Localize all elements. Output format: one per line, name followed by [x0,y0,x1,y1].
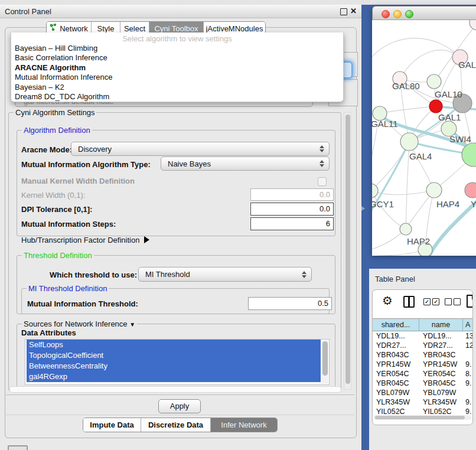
table-cell: YIL052C [373,407,419,415]
table-row[interactable]: YIL052CYIL052C9. [373,407,473,415]
algorithm-option[interactable]: Bayesian – Hill Climbing [11,44,343,53]
node-label: GAL10 [435,89,462,99]
table-row[interactable]: YBL079WYBL079W [373,388,473,397]
table-cell: YDL19... [419,331,463,341]
attribute-list-item[interactable]: gal4RGexp [27,371,321,382]
corner-button[interactable] [8,445,28,450]
panel-collapse-arrow-icon[interactable] [361,206,365,211]
tab-label: Discretize Data [148,420,203,429]
table-panel-body: ⚙ ✓ ✓ shared... name A YDL19...YDL19...1… [372,289,473,425]
mi-threshold-input[interactable]: 0.5 [248,297,332,310]
deselect-all-checkbox-icon[interactable] [454,298,461,305]
network-canvas[interactable]: GAL GAL80 GAL10 GAL1 GAL11 SWI4 GAL4 GCY… [372,20,476,256]
node-label: Y [471,199,476,209]
settings-hscrollbar[interactable] [9,386,341,393]
divider [6,415,354,415]
table-cell: 9. [463,407,473,415]
algorithm-option[interactable]: Mutual Information Inference [11,73,343,82]
aracne-mode-label: Aracne Mode: [21,145,72,154]
attribute-list-item[interactable]: TopologicalCoefficient [27,350,321,361]
table-cell: YBR043C [373,350,419,360]
expander-arrow-icon [144,236,149,243]
which-threshold-combobox[interactable]: MI Threshold [138,267,312,282]
table-cell: 8. [463,369,473,379]
close-icon[interactable]: ✕ [350,6,357,15]
algorithm-option[interactable]: Bayesian – K2 [11,83,343,92]
minimize-traffic-light[interactable] [393,10,402,18]
tab-label: Cyni Toolbox [154,24,198,33]
data-attributes-list[interactable]: SelfLoopsTopologicalCoefficientBetweenne… [25,339,330,385]
table-row[interactable]: YDL19...YDL19...13 [373,331,473,341]
group-title: Sources for Network Inference ▼ [22,319,137,328]
close-traffic-light[interactable] [382,10,390,18]
table-cell: 9. [463,397,473,407]
table-cell: YIL052C [419,407,463,415]
mi-steps-input[interactable]: 6 [250,217,334,230]
table-row[interactable]: YDR27...YDR27...12 [373,341,473,350]
algorithm-option[interactable]: Basic Correlation Inference [11,53,343,63]
group-title: Algorithm Definition [22,126,92,135]
mi-threshold-label: Mutual Information Threshold: [27,299,138,308]
column-header[interactable]: name [419,319,463,331]
node-label: SWI4 [449,134,471,144]
table-cell: YBL079W [373,388,419,397]
columns-icon[interactable] [403,296,415,308]
column-header[interactable]: shared... [373,319,419,331]
bottom-tabbar: Impute Data Discretize Data Infer Networ… [83,418,278,432]
table-cell: YER054C [419,369,463,379]
deselect-all-checkbox-icon[interactable] [445,298,452,305]
table-cell [463,350,473,360]
control-panel-title: Control Panel [5,7,51,16]
attribute-list-item[interactable]: BetweennessCentrality [27,361,321,371]
table-row[interactable]: YER054CYER054C8. [373,369,473,379]
function-builder-icon[interactable] [467,295,473,308]
mi-type-combobox[interactable]: Naive Bayes [161,156,330,171]
hub-expander[interactable]: Hub/Transcription Factor Definition [21,236,149,244]
apply-button[interactable]: Apply [158,399,201,413]
table-cell: YPR145W [419,360,463,369]
float-window-icon[interactable] [340,8,347,15]
manual-kernel-label: Manual Kernel Width Definition [21,177,135,185]
table-cell: 12 [463,341,473,350]
kernel-width-input: 0.0 [250,188,334,201]
collapse-arrow-icon: ▼ [129,321,135,328]
select-all-checkbox-icon[interactable]: ✓ [423,298,431,305]
table-cell: YDR27... [373,341,419,350]
mi-steps-label: Mutual Information Steps: [21,220,116,229]
tab-label: Network [60,24,88,33]
combo-arrows-icon [319,160,324,167]
tab-discretize-data[interactable]: Discretize Data [141,418,211,432]
column-header[interactable]: A [463,319,473,331]
table-row[interactable]: YPR145WYPR145W9. [373,360,473,369]
select-all-checkbox-icon[interactable]: ✓ [432,298,439,305]
dpi-tolerance-input[interactable]: 0.0 [250,203,334,216]
which-threshold-value: MI Threshold [139,270,301,279]
table-row[interactable]: YBR045CYBR045C9. [373,379,473,388]
mi-type-value: Naive Bayes [161,159,319,168]
group-title: Threshold Definition [22,251,94,260]
aracne-mode-combobox[interactable]: Discovery [71,142,330,156]
hub-expander-label: Hub/Transcription Factor Definition [21,236,139,244]
zoom-traffic-light[interactable] [405,10,413,18]
settings-vscrollbar[interactable] [344,112,351,390]
node-label: HAP4 [436,199,459,209]
tab-label: jActiveMNodules [206,24,263,33]
table-hscrollbar[interactable] [374,415,471,420]
network-window-titlebar[interactable] [372,6,476,20]
node-label: GAL [458,60,476,70]
table-cell: 9. [463,360,473,369]
attribute-list-item[interactable]: SelfLoops [27,340,321,350]
algorithm-dropdown: Select algorithm to view settings Bayesi… [11,32,344,102]
screen: Control Panel ✕ Network Style [0,0,476,450]
data-attributes-label: Data Attributes [21,328,76,337]
table-row[interactable]: YLR345WYLR345W9. [373,397,473,407]
list-scrollbar[interactable] [321,340,328,384]
manual-kernel-checkbox[interactable] [318,177,327,186]
tab-impute-data[interactable]: Impute Data [83,418,141,432]
table-row[interactable]: YBR043CYBR043C [373,350,473,360]
table-cell: 13 [463,331,473,341]
algorithm-option[interactable]: Dream8 DC_TDC Algorithm [11,92,343,102]
gear-icon[interactable]: ⚙ [382,295,393,306]
algorithm-option[interactable]: ARACNE Algorithm [11,63,343,73]
tab-infer-network[interactable]: Infer Network [211,418,277,432]
